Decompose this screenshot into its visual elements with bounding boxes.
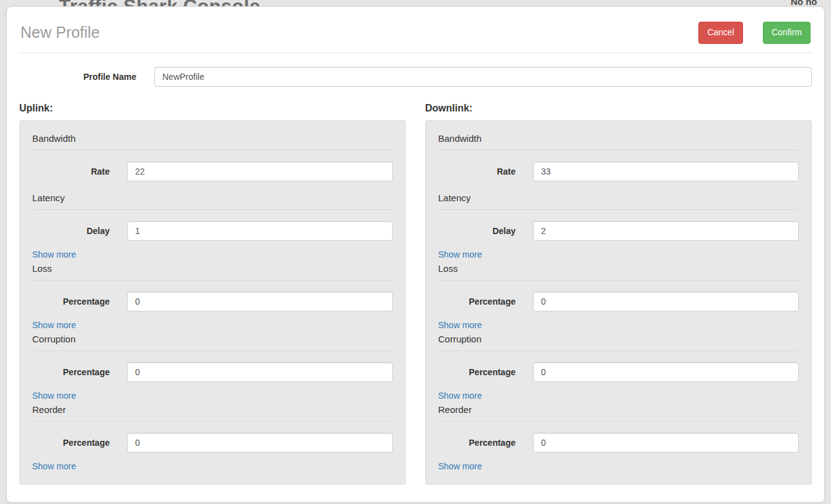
confirm-button[interactable]: Confirm	[763, 22, 811, 44]
downlink-latency-field-row: Delay	[438, 221, 799, 241]
downlink-reorder-section-title: Reorder	[438, 404, 799, 422]
downlink-loss-percentage-label: Percentage	[438, 297, 516, 306]
profile-name-input[interactable]	[154, 67, 812, 87]
uplink-corruption-show-more-link[interactable]: Show more	[32, 391, 76, 401]
uplink-heading: Uplink:	[19, 103, 406, 114]
uplink-latency-field-row: Delay	[32, 221, 393, 241]
uplink-reorder-show-more-link[interactable]: Show more	[32, 461, 76, 471]
link-columns: Uplink:BandwidthRateLatencyDelayShow mor…	[19, 103, 812, 485]
downlink-loss-percentage-input[interactable]	[533, 292, 799, 311]
downlink-corruption-percentage-label: Percentage	[438, 367, 516, 377]
panel-title: New Profile	[20, 24, 100, 41]
uplink-latency-section-title: Latency	[32, 193, 393, 210]
downlink-column: Downlink:BandwidthRateLatencyDelayShow m…	[425, 103, 812, 485]
uplink-bandwidth-rate-input[interactable]	[127, 162, 393, 181]
uplink-loss-show-more-link[interactable]: Show more	[32, 320, 76, 330]
downlink-latency-section-title: Latency	[438, 193, 799, 210]
downlink-reorder-field-row: Percentage	[438, 433, 799, 453]
downlink-loss-show-more-link[interactable]: Show more	[438, 320, 482, 330]
downlink-latency-show-more-link[interactable]: Show more	[438, 250, 482, 259]
uplink-reorder-field-row: Percentage	[32, 433, 393, 453]
downlink-bandwidth-section-title: Bandwidth	[438, 133, 799, 150]
downlink-heading: Downlink:	[425, 103, 812, 114]
profile-name-row: Profile Name	[19, 67, 812, 87]
cancel-button[interactable]: Cancel	[698, 22, 743, 44]
uplink-column: Uplink:BandwidthRateLatencyDelayShow mor…	[19, 103, 406, 485]
downlink-bandwidth-rate-label: Rate	[438, 167, 516, 176]
header-actions: Cancel Confirm	[698, 22, 811, 44]
downlink-reorder-percentage-label: Percentage	[438, 438, 516, 448]
uplink-bandwidth-rate-label: Rate	[32, 167, 110, 176]
uplink-corruption-percentage-label: Percentage	[32, 367, 110, 377]
downlink-panel: BandwidthRateLatencyDelayShow moreLossPe…	[425, 120, 812, 485]
uplink-bandwidth-field-row: Rate	[32, 162, 393, 181]
uplink-reorder-section-title: Reorder	[32, 404, 393, 422]
uplink-latency-show-more-link[interactable]: Show more	[32, 250, 76, 259]
downlink-latency-delay-input[interactable]	[533, 221, 799, 241]
uplink-latency-delay-label: Delay	[32, 226, 110, 236]
downlink-loss-section-title: Loss	[438, 263, 799, 280]
uplink-bandwidth-section-title: Bandwidth	[32, 133, 393, 150]
downlink-reorder-show-more-link[interactable]: Show more	[438, 461, 482, 471]
uplink-panel: BandwidthRateLatencyDelayShow moreLossPe…	[19, 120, 406, 485]
downlink-reorder-percentage-input[interactable]	[533, 433, 799, 453]
uplink-corruption-percentage-input[interactable]	[127, 362, 393, 382]
downlink-corruption-percentage-input[interactable]	[533, 362, 799, 382]
uplink-latency-delay-input[interactable]	[127, 221, 393, 241]
downlink-bandwidth-rate-input[interactable]	[533, 162, 799, 181]
uplink-reorder-percentage-label: Percentage	[32, 438, 110, 448]
uplink-loss-field-row: Percentage	[32, 292, 393, 311]
new-profile-panel: New Profile Cancel Confirm Profile Name …	[6, 6, 825, 503]
downlink-corruption-field-row: Percentage	[438, 362, 799, 382]
uplink-corruption-field-row: Percentage	[32, 362, 393, 382]
downlink-latency-delay-label: Delay	[438, 226, 516, 236]
downlink-loss-field-row: Percentage	[438, 292, 799, 311]
uplink-corruption-section-title: Corruption	[32, 334, 393, 351]
uplink-loss-percentage-input[interactable]	[127, 292, 393, 311]
uplink-reorder-percentage-input[interactable]	[127, 433, 393, 453]
downlink-corruption-show-more-link[interactable]: Show more	[438, 391, 482, 401]
uplink-loss-percentage-label: Percentage	[32, 297, 110, 306]
panel-header: New Profile Cancel Confirm	[19, 7, 812, 53]
profile-name-label: Profile Name	[19, 72, 136, 82]
downlink-corruption-section-title: Corruption	[438, 334, 799, 351]
downlink-bandwidth-field-row: Rate	[438, 162, 799, 181]
uplink-loss-section-title: Loss	[32, 263, 393, 280]
